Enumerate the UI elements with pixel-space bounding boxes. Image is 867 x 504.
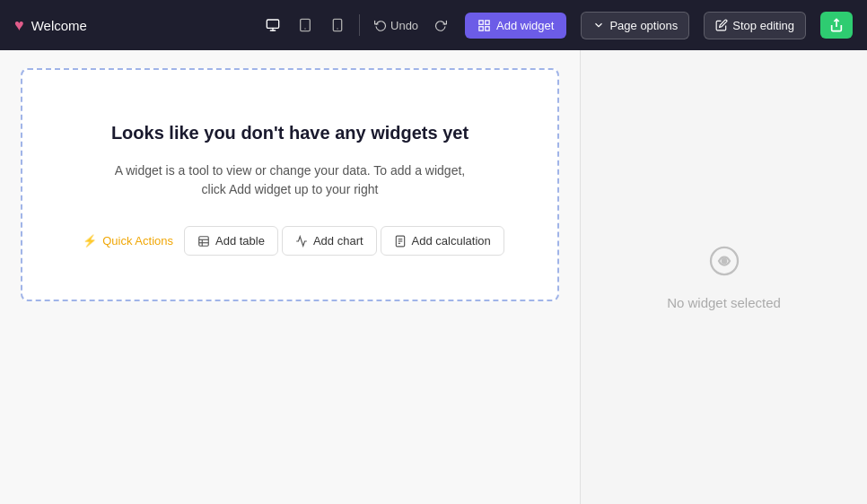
right-sidebar: No widget selected [580, 50, 867, 504]
tablet-icon [298, 18, 312, 32]
share-icon [829, 18, 844, 32]
desktop-icon [266, 18, 280, 32]
svg-rect-12 [199, 236, 209, 246]
mobile-view-button[interactable] [323, 13, 352, 38]
no-widgets-title: Looks like you don't have any widgets ye… [111, 123, 469, 143]
add-table-button[interactable]: Add table [184, 226, 278, 256]
svg-rect-7 [479, 20, 483, 23]
brand: ♥ Welcome [14, 16, 87, 35]
svg-rect-10 [486, 26, 489, 30]
desktop-view-button[interactable] [258, 13, 287, 38]
app-title: Welcome [31, 18, 87, 33]
svg-rect-5 [333, 19, 341, 30]
widget-dropzone: Looks like you don't have any widgets ye… [21, 68, 559, 301]
heart-icon: ♥ [14, 16, 24, 35]
quick-actions-label: ⚡ Quick Actions [75, 234, 180, 248]
stop-editing-button[interactable]: Stop editing [704, 12, 806, 39]
widget-placeholder-icon [708, 245, 740, 277]
chevron-down-icon [592, 19, 605, 31]
chart-icon [295, 235, 308, 248]
edit-icon [715, 19, 728, 31]
svg-rect-3 [301, 19, 311, 30]
add-calculation-button[interactable]: Add calculation [381, 226, 504, 256]
divider [359, 14, 360, 36]
device-switcher: Undo Add widget [258, 13, 566, 39]
add-chart-button[interactable]: Add chart [282, 226, 377, 256]
svg-rect-9 [479, 26, 483, 30]
share-button[interactable] [820, 12, 853, 39]
page-options-button[interactable]: Page options [581, 12, 689, 39]
tablet-view-button[interactable] [291, 13, 320, 38]
widget-actions-bar: ⚡ Quick Actions Add table Add chart [75, 226, 504, 256]
grid-icon [477, 19, 491, 32]
content-area: Looks like you don't have any widgets ye… [0, 50, 580, 504]
undo-redo-group: Undo [367, 13, 454, 38]
undo-button[interactable]: Undo [367, 13, 425, 38]
undo-icon [374, 19, 387, 31]
add-widget-button[interactable]: Add widget [465, 13, 566, 39]
lightning-icon: ⚡ [83, 234, 97, 248]
redo-button[interactable] [427, 13, 454, 37]
calculation-icon [394, 235, 407, 248]
no-widgets-description: A widget is a tool to view or change you… [101, 161, 478, 199]
mobile-icon [330, 18, 345, 32]
main-layout: Looks like you don't have any widgets ye… [0, 50, 867, 504]
redo-icon [434, 19, 447, 31]
svg-rect-0 [267, 20, 278, 28]
table-icon [197, 235, 210, 248]
no-widget-selected-label: No widget selected [667, 295, 781, 310]
svg-rect-8 [486, 20, 489, 23]
svg-point-21 [722, 258, 726, 263]
navbar: ♥ Welcome Undo [0, 0, 867, 50]
no-widget-icon [708, 245, 740, 284]
